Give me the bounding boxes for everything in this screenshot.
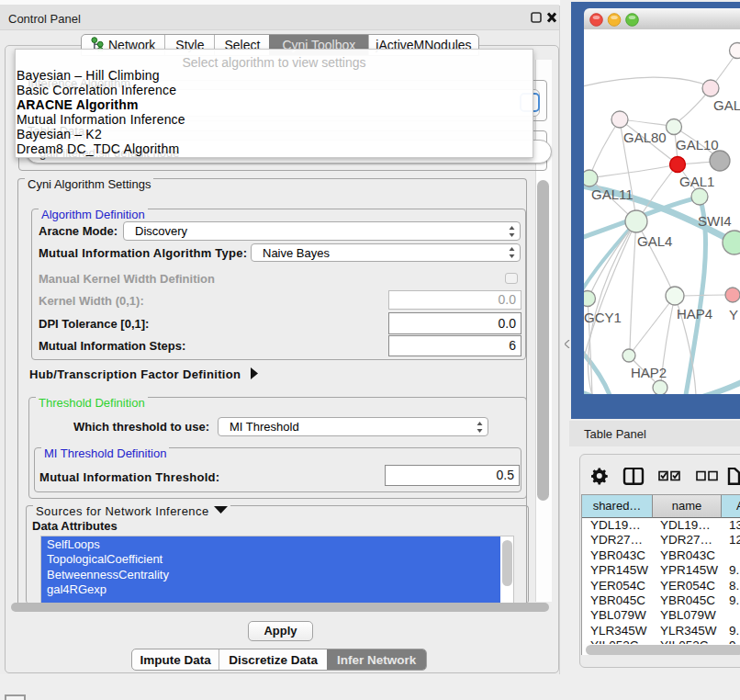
svg-text:GAL11: GAL11 (591, 186, 633, 202)
svg-text:SWI4: SWI4 (698, 213, 732, 229)
svg-text:Y: Y (729, 307, 738, 322)
svg-text:GAL80: GAL80 (623, 130, 667, 145)
svg-text:HAP2: HAP2 (631, 365, 667, 380)
svg-text:HAP4: HAP4 (677, 306, 712, 322)
svg-text:GAL10: GAL10 (676, 137, 719, 152)
svg-text:GAL: GAL (713, 97, 740, 113)
svg-text:GAL4: GAL4 (637, 233, 672, 249)
svg-text:GCY1: GCY1 (584, 310, 622, 325)
svg-text:GAL1: GAL1 (679, 174, 714, 189)
